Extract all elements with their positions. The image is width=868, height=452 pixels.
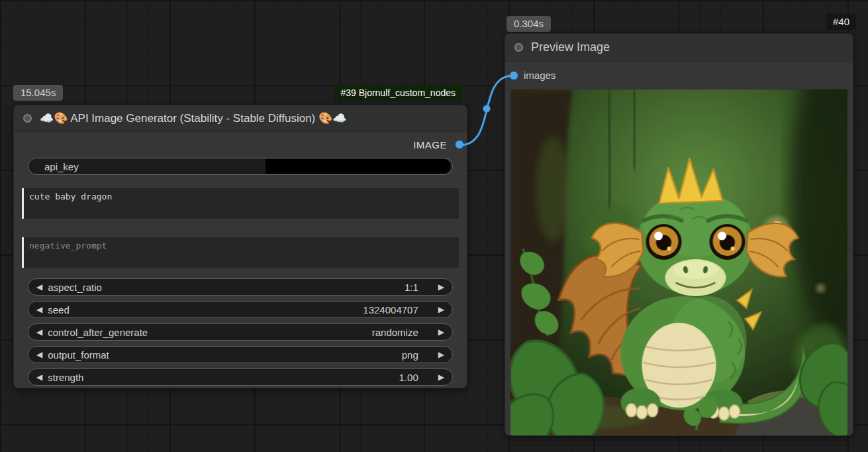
api-image-generator-node[interactable]: ☁️🎨 API Image Generator (Stability - Sta… xyxy=(13,105,467,388)
widget-value: 1:1 xyxy=(405,282,433,293)
output-slot-label: IMAGE xyxy=(413,139,447,150)
dragon-artwork xyxy=(510,89,847,435)
images-input-slot[interactable] xyxy=(510,72,518,80)
increment-arrow-icon[interactable]: ▶ xyxy=(438,306,444,313)
node-title: ☁️🎨 API Image Generator (Stability - Sta… xyxy=(40,111,346,125)
widget-label: aspect_ratio xyxy=(48,282,102,293)
increment-arrow-icon[interactable]: ▶ xyxy=(438,373,444,381)
widget-label: strength xyxy=(48,372,83,383)
node-title-bar[interactable]: Preview Image xyxy=(505,34,853,62)
prompt-textarea[interactable]: cute baby dragon xyxy=(22,188,459,219)
increment-arrow-icon[interactable]: ▶ xyxy=(438,283,444,291)
widget-value: 1324004707 xyxy=(363,304,432,315)
widget-strength[interactable]: ◀ strength 1.00 ▶ xyxy=(28,368,453,386)
preview-image[interactable] xyxy=(510,89,847,435)
widget-output-format[interactable]: ◀ output_format png ▶ xyxy=(28,346,453,363)
widget-seed[interactable]: ◀ seed 1324004707 ▶ xyxy=(28,301,453,318)
node-id-badge: #39 Bjornulf_custom_nodes xyxy=(334,85,462,101)
widget-label: control_after_generate xyxy=(48,327,148,338)
link-midpoint-dot[interactable] xyxy=(483,105,491,113)
decrement-arrow-icon[interactable]: ◀ xyxy=(36,283,42,291)
execution-time-badge: 15.045s xyxy=(13,85,63,101)
widget-aspect-ratio[interactable]: ◀ aspect_ratio 1:1 ▶ xyxy=(28,278,453,296)
decrement-arrow-icon[interactable]: ◀ xyxy=(36,351,42,359)
widget-label: output_format xyxy=(48,349,109,361)
api-key-input[interactable]: api_key xyxy=(28,158,453,175)
decrement-arrow-icon[interactable]: ◀ xyxy=(36,306,42,313)
widget-value: randomize xyxy=(372,327,433,338)
workflow-id-badge: #40 xyxy=(826,13,856,30)
widget-value: png xyxy=(402,349,433,361)
preview-image-node[interactable]: Preview Image images xyxy=(505,33,853,436)
increment-arrow-icon[interactable]: ▶ xyxy=(438,351,444,359)
decrement-arrow-icon[interactable]: ◀ xyxy=(36,328,42,336)
node-title: Preview Image xyxy=(531,40,610,54)
widget-control-after-generate[interactable]: ◀ control_after_generate randomize ▶ xyxy=(28,323,453,341)
node-status-dot[interactable] xyxy=(514,43,523,52)
decrement-arrow-icon[interactable]: ◀ xyxy=(36,373,42,381)
execution-time-badge: 0.304s xyxy=(506,16,551,32)
negative-prompt-textarea[interactable]: negative_prompt xyxy=(22,237,459,268)
widget-value: 1.00 xyxy=(399,372,433,383)
increment-arrow-icon[interactable]: ▶ xyxy=(438,328,444,336)
node-status-dot[interactable] xyxy=(23,114,32,123)
input-slot-label: images xyxy=(524,70,555,81)
comfyui-canvas[interactable]: 15.045s #39 Bjornulf_custom_nodes 0.304s… xyxy=(0,0,868,452)
api-key-label: api_key xyxy=(44,161,79,172)
widget-label: seed xyxy=(48,304,70,315)
node-title-bar[interactable]: ☁️🎨 API Image Generator (Stability - Sta… xyxy=(14,105,467,132)
redacted-api-key-value xyxy=(265,159,450,174)
image-output-slot[interactable] xyxy=(456,141,463,148)
